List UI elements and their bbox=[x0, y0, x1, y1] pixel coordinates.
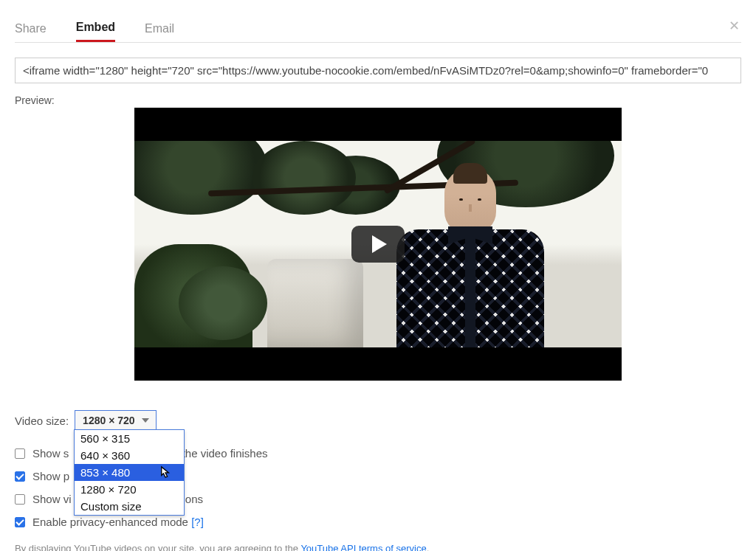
checkbox-show-suggested[interactable] bbox=[15, 448, 25, 459]
share-tabs: Share Embed Email ✕ bbox=[15, 15, 741, 43]
size-option[interactable]: 560 × 315 bbox=[75, 430, 184, 447]
size-option[interactable]: Custom size bbox=[75, 498, 184, 515]
embed-code-input[interactable] bbox=[15, 58, 741, 83]
video-preview[interactable] bbox=[134, 108, 622, 381]
close-icon[interactable]: ✕ bbox=[729, 18, 740, 34]
video-size-select[interactable]: 1280 × 720 bbox=[75, 410, 156, 431]
privacy-help-link[interactable]: [?] bbox=[191, 516, 204, 528]
embed-options: Video size: 1280 × 720 560 × 315 640 × 3… bbox=[15, 410, 741, 528]
checkbox-show-title[interactable] bbox=[15, 494, 25, 505]
option-label: Enable privacy-enhanced mode [?] bbox=[32, 516, 204, 528]
tab-email[interactable]: Email bbox=[145, 16, 174, 41]
checkbox-privacy[interactable] bbox=[15, 517, 25, 527]
tab-share[interactable]: Share bbox=[15, 16, 47, 41]
size-option[interactable]: 1280 × 720 bbox=[75, 481, 184, 498]
tos-link[interactable]: YouTube API terms of service bbox=[300, 543, 426, 551]
option-privacy-mode: Enable privacy-enhanced mode [?] bbox=[15, 516, 741, 528]
video-size-row: Video size: 1280 × 720 bbox=[15, 410, 741, 431]
video-size-label: Video size: bbox=[15, 415, 69, 427]
play-icon bbox=[372, 235, 387, 253]
video-size-dropdown[interactable]: 560 × 315 640 × 360 853 × 480 1280 × 720… bbox=[74, 429, 185, 516]
preview-label: Preview: bbox=[15, 94, 741, 106]
cursor-icon bbox=[160, 465, 171, 479]
size-option[interactable]: 640 × 360 bbox=[75, 447, 184, 464]
size-option-label: 853 × 480 bbox=[80, 466, 130, 479]
tos-notice: By displaying YouTube videos on your sit… bbox=[15, 543, 741, 551]
play-button[interactable] bbox=[351, 226, 405, 263]
video-preview-wrap bbox=[15, 108, 741, 381]
checkbox-show-player[interactable] bbox=[15, 471, 25, 482]
option-label: Show p bbox=[32, 470, 69, 482]
size-option[interactable]: 853 × 480 bbox=[75, 464, 184, 481]
tab-embed[interactable]: Embed bbox=[76, 15, 115, 42]
